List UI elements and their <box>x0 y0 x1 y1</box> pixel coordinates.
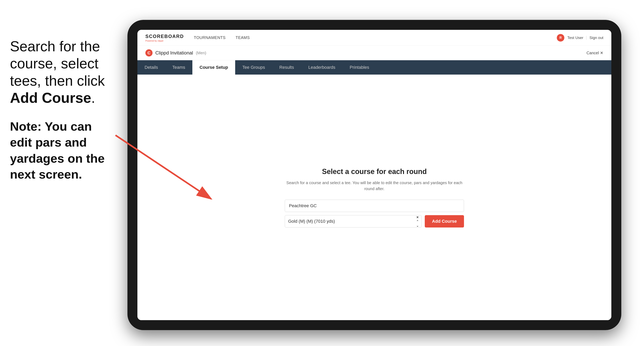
annotation-bold: Add Course <box>10 90 91 106</box>
tab-results[interactable]: Results <box>272 60 301 75</box>
tournament-title: C Clippd Invitational (Men) <box>145 49 206 56</box>
nav-teams[interactable]: TEAMS <box>236 35 250 40</box>
note-label: Note: <box>10 120 45 133</box>
tab-teams[interactable]: Teams <box>165 60 192 75</box>
cancel-button[interactable]: Cancel ✕ <box>586 50 604 55</box>
logo-text: SCOREBOARD <box>145 34 184 39</box>
top-nav: SCOREBOARD Powered by clippd TOURNAMENTS… <box>138 30 611 46</box>
tournament-gender: (Men) <box>196 51 206 55</box>
nav-links: TOURNAMENTS TEAMS <box>194 35 557 40</box>
tab-tee-groups[interactable]: Tee Groups <box>235 60 272 75</box>
course-select-box: Select a course for each round Search fo… <box>285 168 464 227</box>
user-area: R Test User Sign out <box>557 34 604 41</box>
tablet-screen: SCOREBOARD Powered by clippd TOURNAMENTS… <box>138 30 611 320</box>
course-select-title: Select a course for each round <box>285 168 464 176</box>
nav-tournaments[interactable]: TOURNAMENTS <box>194 35 226 40</box>
logo-area: SCOREBOARD Powered by clippd <box>145 34 184 42</box>
add-course-button[interactable]: Add Course <box>425 215 464 227</box>
tab-nav: Details Teams Course Setup Tee Groups Re… <box>138 60 611 75</box>
main-content: Select a course for each round Search fo… <box>138 75 611 320</box>
tablet-device: SCOREBOARD Powered by clippd TOURNAMENTS… <box>128 20 621 330</box>
tab-printables[interactable]: Printables <box>342 60 376 75</box>
annotation-main-text: Search for thecourse, selecttees, then c… <box>10 38 114 107</box>
user-avatar: R <box>557 34 564 41</box>
annotation-note: Note: You canedit pars andyardages on th… <box>10 119 114 182</box>
tab-course-setup[interactable]: Course Setup <box>192 60 235 75</box>
divider <box>586 36 586 40</box>
logo-sub: Powered by clippd <box>145 40 184 42</box>
tee-select-row: Gold (M) (M) (7010 yds)Blue (M) (6500 yd… <box>285 215 464 227</box>
tee-select-wrapper: Gold (M) (M) (7010 yds)Blue (M) (6500 yd… <box>285 215 422 227</box>
tee-select[interactable]: Gold (M) (M) (7010 yds)Blue (M) (6500 yd… <box>285 215 422 227</box>
tab-details[interactable]: Details <box>138 60 165 75</box>
sign-out-link[interactable]: Sign out <box>590 36 604 40</box>
left-annotation: Search for thecourse, selecttees, then c… <box>0 30 124 190</box>
tournament-icon: C <box>145 49 152 56</box>
tournament-name: Clippd Invitational <box>155 50 193 56</box>
course-search-input[interactable] <box>285 200 464 212</box>
course-select-desc: Search for a course and select a tee. Yo… <box>285 180 464 192</box>
tab-leaderboards[interactable]: Leaderboards <box>301 60 342 75</box>
tournament-header: C Clippd Invitational (Men) Cancel ✕ <box>138 46 611 60</box>
user-name: Test User <box>567 36 583 40</box>
